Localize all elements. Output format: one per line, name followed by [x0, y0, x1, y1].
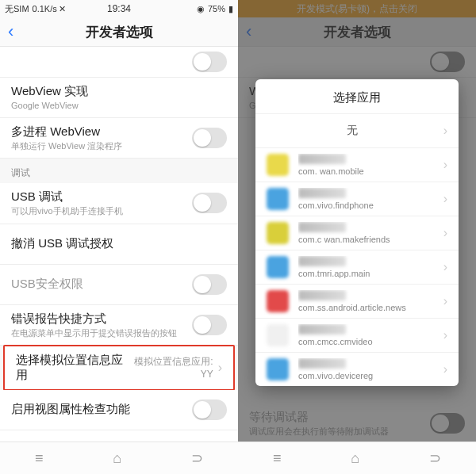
system-nav-bar: ≡ ⌂ ⊃ — [238, 442, 476, 474]
home-button[interactable]: ⌂ — [113, 450, 121, 467]
chevron-right-icon: › — [443, 294, 447, 308]
multiproc-toggle[interactable] — [192, 128, 227, 148]
section-debug: 调试 — [0, 159, 238, 183]
usb-debug-toggle[interactable] — [192, 193, 227, 213]
none-label: 无 — [267, 124, 439, 138]
app-icon — [267, 324, 289, 346]
row-label: 撤消 USB 调试授权 — [11, 236, 227, 251]
master-toggle-row — [0, 47, 238, 78]
select-app-modal: 选择应用 无 › com. wan.mobile›com.vivo.findph… — [255, 79, 459, 386]
app-row[interactable]: com.cmcc.cmvideo› — [255, 318, 459, 352]
app-name-blurred — [298, 358, 346, 369]
row-label: USB安全权限 — [11, 277, 192, 292]
usb-debug-row[interactable]: USB 调试 可以用vivo手机助手连接手机 — [0, 183, 238, 224]
app-name-blurred — [298, 256, 346, 266]
clock-text: 19:34 — [0, 3, 238, 14]
app-icon — [267, 358, 289, 380]
back-sys-button[interactable]: ⊃ — [429, 449, 441, 467]
app-name-blurred — [298, 222, 346, 232]
chevron-right-icon: › — [443, 192, 447, 206]
nav-bar: ‹ 开发者选项 — [0, 17, 238, 47]
app-row[interactable]: com. wan.mobile› — [255, 147, 459, 182]
row-sub: 在电源菜单中显示用于提交错误报告的按钮 — [11, 328, 192, 338]
chevron-right-icon: › — [443, 158, 447, 172]
revoke-usb-row[interactable]: 撤消 USB 调试授权 — [0, 224, 238, 265]
row-label: 多进程 WebView — [11, 124, 192, 140]
app-name-blurred — [298, 154, 346, 164]
app-icon — [267, 154, 289, 176]
left-screenshot: 无SIM 0.1K/s ✕ 19:34 ◉ 75% ▮ ‹ 开发者选项 WebV… — [0, 0, 239, 474]
app-package: com.ss.android.article.news — [298, 303, 439, 312]
app-row[interactable]: com.vivo.devicereg› — [255, 352, 459, 386]
view-attr-toggle[interactable] — [192, 399, 227, 420]
row-label: USB 调试 — [11, 189, 192, 205]
bugreport-toggle[interactable] — [192, 315, 227, 335]
usb-secure-row[interactable]: USB安全权限 — [0, 265, 238, 305]
row-sub: 单独运行 WebView 渲染程序 — [11, 141, 192, 151]
app-package: com.cmcc.cmvideo — [298, 337, 439, 346]
master-toggle[interactable] — [192, 52, 227, 72]
chevron-right-icon: › — [443, 124, 447, 138]
chevron-right-icon: › — [218, 361, 222, 375]
row-sub: Google WebView — [11, 101, 227, 111]
webview-impl-row[interactable]: WebView 实现 Google WebView — [0, 78, 238, 118]
app-none-row[interactable]: 无 › — [255, 113, 459, 147]
status-bar: 无SIM 0.1K/s ✕ 19:34 ◉ 75% ▮ — [0, 0, 238, 17]
chevron-right-icon: › — [443, 328, 447, 342]
system-nav-bar: ≡ ⌂ ⊃ — [0, 442, 238, 474]
row-label: 启用视图属性检查功能 — [11, 402, 192, 417]
app-row[interactable]: com.ss.android.article.news› — [255, 284, 459, 318]
mock-location-highlight: 选择模拟位置信息应用 模拟位置信息应用: YY › — [3, 345, 235, 391]
app-icon — [267, 188, 289, 210]
multiproc-webview-row[interactable]: 多进程 WebView 单独运行 WebView 渲染程序 — [0, 118, 238, 159]
app-package: com.vivo.findphone — [298, 201, 439, 210]
back-sys-button[interactable]: ⊃ — [191, 449, 203, 467]
usb-secure-toggle[interactable] — [192, 274, 227, 295]
chevron-right-icon: › — [443, 260, 447, 274]
app-icon — [267, 290, 289, 312]
app-icon — [267, 256, 289, 278]
app-row[interactable]: com.c wan.makefriends› — [255, 216, 459, 250]
row-label: 错误报告快捷方式 — [11, 312, 192, 327]
bugreport-row[interactable]: 错误报告快捷方式 在电源菜单中显示用于提交错误报告的按钮 — [0, 305, 238, 346]
app-name-blurred — [298, 188, 346, 198]
row-value: 模拟位置信息应用: YY — [134, 355, 213, 380]
app-row[interactable]: com.vivo.findphone› — [255, 182, 459, 216]
right-screenshot: 开发模式(易卡顿)，点击关闭 ‹ 开发者选项 WebView 实现 Google… — [238, 0, 476, 474]
mock-location-row[interactable]: 选择模拟位置信息应用 模拟位置信息应用: YY › — [5, 346, 233, 389]
app-icon — [267, 222, 289, 244]
row-label: WebView 实现 — [11, 84, 227, 99]
app-name-blurred — [298, 324, 346, 334]
chevron-right-icon: › — [443, 362, 447, 377]
view-attr-row[interactable]: 启用视图属性检查功能 — [0, 390, 238, 430]
app-row[interactable]: com.tmri.app.main› — [255, 250, 459, 284]
app-package: com.tmri.app.main — [298, 269, 439, 278]
page-title: 开发者选项 — [0, 23, 238, 41]
chevron-right-icon: › — [443, 226, 447, 240]
app-package: com.c wan.makefriends — [298, 235, 439, 244]
app-package: com. wan.mobile — [298, 166, 439, 176]
row-sub: 可以用vivo手机助手连接手机 — [11, 206, 192, 216]
app-name-blurred — [298, 290, 346, 300]
recents-button[interactable]: ≡ — [273, 450, 282, 467]
modal-title: 选择应用 — [255, 79, 459, 113]
recents-button[interactable]: ≡ — [35, 450, 44, 467]
app-package: com.vivo.devicereg — [298, 371, 439, 380]
row-label: 选择模拟位置信息应用 — [16, 353, 134, 383]
home-button[interactable]: ⌂ — [351, 450, 359, 467]
